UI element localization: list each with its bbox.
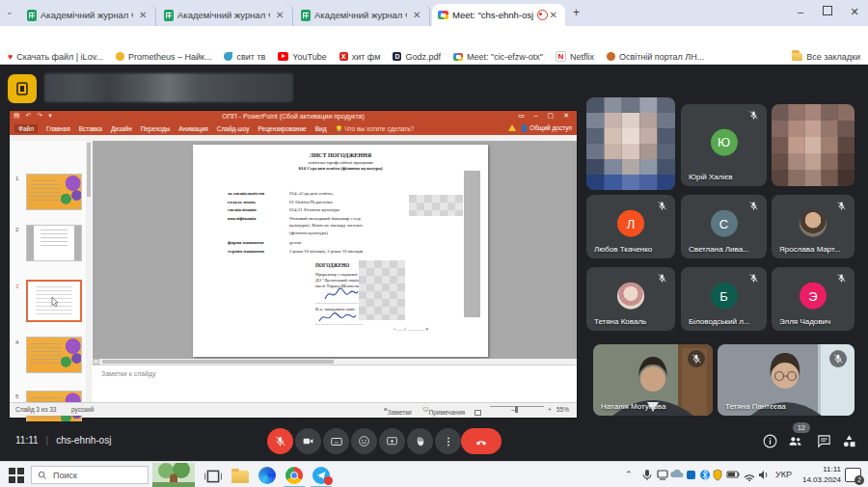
ppt-window-controls[interactable]: ▭ – ▢ ✕ xyxy=(518,112,573,120)
participant-tile-video-pixelated-2[interactable] xyxy=(772,104,854,186)
ppt-menu-animations[interactable]: Анимация xyxy=(178,125,208,132)
widget-picture[interactable] xyxy=(152,463,195,487)
captions-button[interactable]: cc xyxy=(323,428,349,454)
participant-tile-svetlana[interactable]: С Светлана Лива... xyxy=(681,195,767,258)
bookmark-osvitniy-portal[interactable]: Освітній портал ЛН... xyxy=(607,52,704,62)
tab-journal-fv2[interactable]: Академічний журнал ФВ-2 (1 ✕ xyxy=(21,4,156,26)
extension-yellow-icon[interactable] xyxy=(8,74,37,103)
taskbar-search[interactable]: Поиск xyxy=(31,466,149,484)
window-minimize-button[interactable]: – xyxy=(791,3,810,20)
ppt-menu-slideshow[interactable]: Слайд-шоу xyxy=(217,125,250,132)
slide-thumbnail-1[interactable] xyxy=(26,174,82,210)
tab-close-icon[interactable]: ✕ xyxy=(411,10,422,20)
participant-name: Тетяна Коваль xyxy=(594,317,646,326)
participant-tile-yaroslava[interactable]: Ярослава Март... xyxy=(772,195,854,258)
ppt-menu-design[interactable]: Дизайн xyxy=(111,125,132,132)
participant-tile-lyubov[interactable]: Л Любов Ткаченко xyxy=(586,195,675,258)
ppt-menu-file[interactable]: Файл xyxy=(14,124,38,133)
participants-icon[interactable] xyxy=(787,433,803,449)
ppt-menu-home[interactable]: Главная xyxy=(46,125,70,132)
tray-date: 14.03.2024 xyxy=(797,475,841,486)
doc-field-value: 01 Освіта/Педагогіка xyxy=(289,200,333,204)
participant-tile-nataliya-video[interactable]: Наталія Мотунова xyxy=(593,344,713,416)
participant-tile-ellya[interactable]: Э Элля Чадович xyxy=(772,267,854,331)
slide-thumbnail-3-selected[interactable] xyxy=(26,280,82,322)
bookmark-ilovepdf[interactable]: ♥Скачать файл | iLov... xyxy=(8,52,103,62)
doc-subtitle-2: 014 Середня освіта (фізична культура) xyxy=(193,166,488,171)
comments-toggle[interactable]: 🗨 Примечания xyxy=(422,406,429,413)
doc-agreed-line: Проректор з наукової xyxy=(315,272,357,277)
avatar: Ю xyxy=(711,128,738,155)
present-button[interactable] xyxy=(379,428,405,454)
all-bookmarks-button[interactable]: Все закладки xyxy=(792,52,860,62)
start-button[interactable] xyxy=(9,468,24,483)
bookmark-meet[interactable]: Meet: "cic-efzw-otx" xyxy=(453,52,543,62)
ppt-menu-review[interactable]: Рецензирование xyxy=(258,125,306,132)
ppt-window-title: ОПП - PowerPoint (Сбой активации продукт… xyxy=(10,113,577,120)
action-center-icon[interactable]: 2 xyxy=(845,468,861,482)
ppt-tell-me[interactable]: 💡 Что вы хотите сделать? xyxy=(335,125,414,133)
tab-close-icon[interactable]: ✕ xyxy=(548,10,559,20)
ppt-menu-insert[interactable]: Вставка xyxy=(79,125,102,132)
participant-tile-tetyana-koval[interactable]: Тетяна Коваль xyxy=(586,267,675,331)
notes-toggle[interactable]: ≡ Заметки xyxy=(384,406,388,413)
tab-close-icon[interactable]: ✕ xyxy=(274,10,285,20)
bookmark-godz-pdf[interactable]: DGodz.pdf xyxy=(393,52,441,62)
edge-icon[interactable] xyxy=(258,467,276,484)
participant-tile-yuriy[interactable]: Ю Юрій Халієв xyxy=(681,104,767,186)
info-icon[interactable] xyxy=(762,433,778,449)
reactions-button[interactable] xyxy=(351,428,377,454)
camera-button[interactable] xyxy=(295,428,321,454)
window-maximize-button[interactable] xyxy=(818,3,837,20)
tray-clock[interactable]: 11:11 14.03.2024 xyxy=(797,465,841,485)
tab-close-icon[interactable]: ✕ xyxy=(137,10,149,20)
bookmark-youtube[interactable]: YouTube xyxy=(278,52,326,62)
window-close-button[interactable]: ✕ xyxy=(845,3,864,20)
zoom-knob[interactable] xyxy=(515,406,518,413)
bookmark-prometheus[interactable]: Prometheus – Найк... xyxy=(116,52,212,62)
end-call-button[interactable] xyxy=(461,428,502,454)
doc-field-label: кваліфікація xyxy=(228,216,256,221)
tab-search-chevron-icon[interactable]: ⌄ xyxy=(6,7,14,16)
mic-off-icon xyxy=(748,110,759,121)
tray-icons[interactable] xyxy=(642,469,768,481)
bookmark-netflix[interactable]: NNetflix xyxy=(556,51,594,62)
thumbnail-scrollbar[interactable] xyxy=(86,141,92,402)
bookmark-hit-fm[interactable]: Xхит фм xyxy=(339,52,381,62)
mic-off-button[interactable] xyxy=(267,428,293,454)
language-indicator[interactable]: УКР xyxy=(775,470,792,479)
telegram-icon[interactable] xyxy=(312,467,330,484)
zoom-level[interactable]: 55% xyxy=(556,406,569,413)
tab-journal-fv3[interactable]: Академічний журнал ФВ-3(9 ✕ xyxy=(158,4,293,26)
ppt-notes-area[interactable]: Заметки к слайду xyxy=(93,365,577,403)
activities-icon[interactable] xyxy=(841,433,857,449)
task-view-icon[interactable] xyxy=(204,468,222,485)
participant-tile-tetyana-video[interactable]: Тетяна Пантєєва xyxy=(718,344,854,416)
language-indicator[interactable]: русский xyxy=(71,406,94,413)
browser-toolbar: ← → ↻ ⌂ meet.google.com/chs-ehnh-osj ☆ ⋮ xyxy=(0,26,868,49)
bookmark-svit-tv[interactable]: свит тв xyxy=(224,52,265,62)
participant-name: Любов Ткаченко xyxy=(594,245,652,254)
participants-count-badge: 12 xyxy=(793,422,810,433)
file-explorer-icon[interactable] xyxy=(231,468,249,480)
tray-chevron-icon[interactable]: ⌃ xyxy=(625,470,633,479)
doc-field-label: спеціалізація xyxy=(228,207,257,212)
tab-journal-fv4[interactable]: Академічний журнал ФВ-4(9 ✕ xyxy=(295,4,430,26)
zoom-in-button[interactable]: + xyxy=(548,406,552,413)
tab-meet-active[interactable]: Meet: "chs-ehnh-osj" ✕ xyxy=(432,4,565,26)
participant-tile-video-pixelated-1[interactable] xyxy=(586,97,675,190)
participant-tile-bilovodskyi[interactable]: Б Біловодський л... xyxy=(681,267,767,331)
raise-hand-button[interactable] xyxy=(407,428,433,454)
chat-icon[interactable] xyxy=(816,433,832,449)
x-icon: X xyxy=(339,52,348,61)
ppt-share-button[interactable]: 👤 Общий доступ xyxy=(508,124,572,132)
ppt-menu-view[interactable]: Вид xyxy=(315,125,327,132)
censored-strip xyxy=(464,171,480,317)
slide-thumbnail-4[interactable] xyxy=(26,337,82,373)
ppt-menu-transitions[interactable]: Переходы xyxy=(141,125,171,132)
slide-thumbnail-2[interactable] xyxy=(26,225,82,261)
new-tab-button[interactable]: + xyxy=(573,6,580,19)
tab-label: Академічний журнал ФВ-2 (1 xyxy=(41,10,133,20)
chrome-icon[interactable] xyxy=(285,467,303,484)
more-options-button[interactable] xyxy=(435,428,461,454)
